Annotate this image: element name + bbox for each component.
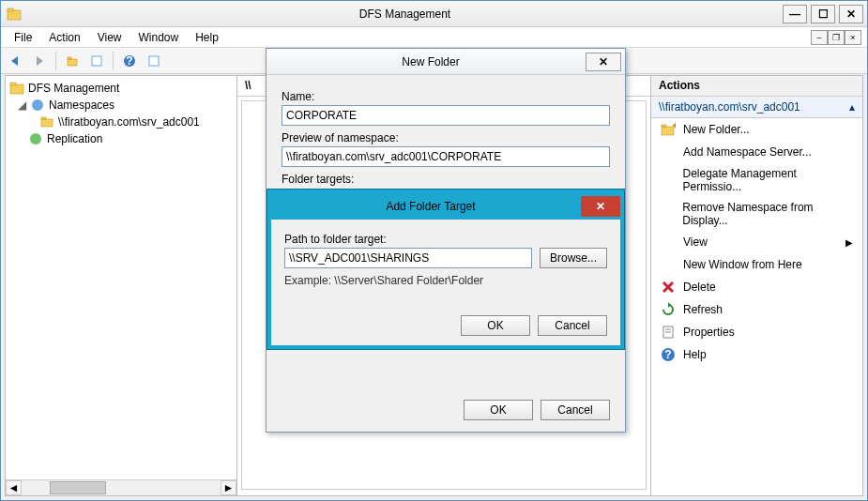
- svg-rect-13: [41, 119, 53, 127]
- action-new-folder[interactable]: ✦ New Folder...: [651, 118, 862, 141]
- svg-rect-11: [10, 83, 16, 85]
- separator: [55, 52, 56, 70]
- up-button[interactable]: [62, 51, 83, 71]
- svg-marker-3: [37, 56, 43, 66]
- action-delegate-permissions[interactable]: Delegate Management Permissio...: [651, 163, 862, 197]
- close-button[interactable]: ✕: [839, 5, 863, 23]
- preview-input: [282, 146, 610, 167]
- menu-window[interactable]: Window: [131, 29, 187, 46]
- cancel-button[interactable]: Cancel: [541, 400, 610, 420]
- svg-point-15: [30, 133, 41, 144]
- tree-hscrollbar[interactable]: ◄ ►: [6, 479, 236, 495]
- menu-action[interactable]: Action: [41, 29, 87, 46]
- mdi-restore-button[interactable]: ❐: [828, 30, 845, 45]
- action-label: View: [683, 235, 708, 249]
- titlebar: DFS Management — ☐ ✕: [1, 1, 867, 27]
- action-properties[interactable]: Properties: [651, 321, 862, 343]
- menu-view[interactable]: View: [90, 29, 129, 46]
- tree-root-label: DFS Management: [28, 82, 119, 95]
- minimize-button[interactable]: —: [783, 5, 807, 23]
- actions-context-label: \\firatboyan.com\srv_adc001: [659, 100, 800, 114]
- action-label: New Window from Here: [683, 258, 802, 271]
- properties-button[interactable]: [86, 51, 107, 71]
- action-delete[interactable]: Delete: [651, 276, 862, 298]
- namespace-item-icon: [39, 114, 54, 129]
- tree-root[interactable]: DFS Management: [8, 80, 235, 97]
- action-add-namespace-server[interactable]: Add Namespace Server...: [651, 141, 862, 163]
- ok-button[interactable]: OK: [464, 400, 533, 420]
- forward-button[interactable]: [29, 51, 50, 71]
- path-label: Path to folder target:: [284, 233, 607, 246]
- blank-icon: [661, 173, 676, 188]
- mdi-controls: – ❐ ×: [811, 30, 861, 45]
- svg-rect-9: [149, 56, 159, 66]
- svg-rect-0: [8, 10, 21, 20]
- action-new-window[interactable]: New Window from Here: [651, 253, 862, 276]
- app-window: DFS Management — ☐ ✕ File Action View Wi…: [0, 0, 868, 501]
- window-title: DFS Management: [27, 8, 783, 21]
- delete-icon: [661, 280, 676, 295]
- back-button[interactable]: [5, 51, 25, 71]
- properties-icon: [661, 325, 676, 340]
- path-input[interactable]: [284, 248, 532, 268]
- action-remove-namespace[interactable]: Remove Namespace from Display...: [651, 197, 862, 231]
- maximize-button[interactable]: ☐: [811, 5, 835, 23]
- scroll-left-button[interactable]: ◄: [6, 480, 22, 495]
- tree-namespaces[interactable]: ◢ Namespaces: [8, 97, 235, 114]
- tree-namespace-item[interactable]: \\firatboyan.com\srv_adc001: [8, 114, 235, 130]
- replication-icon: [28, 131, 43, 146]
- action-label: Delegate Management Permissio...: [683, 167, 854, 193]
- menu-help[interactable]: Help: [188, 29, 226, 46]
- action-help[interactable]: ? Help: [651, 343, 862, 366]
- dialog-buttons: OK Cancel: [464, 400, 610, 420]
- dialog-title: Add Folder Target: [281, 200, 581, 213]
- collapse-icon[interactable]: ▴: [849, 100, 855, 114]
- blank-icon: [661, 257, 676, 272]
- svg-rect-17: [662, 125, 666, 127]
- preview-label: Preview of namespace:: [282, 131, 610, 144]
- expand-toggle[interactable]: ◢: [17, 99, 26, 112]
- action-refresh[interactable]: Refresh: [651, 298, 862, 321]
- mdi-minimize-button[interactable]: –: [811, 30, 828, 45]
- menubar: File Action View Window Help – ❐ ×: [1, 27, 867, 48]
- dialog-body: Name: Preview of namespace: Folder targe…: [266, 75, 625, 197]
- actions-header: Actions: [651, 76, 862, 97]
- menu-file[interactable]: File: [7, 29, 39, 46]
- action-view[interactable]: View ▶: [651, 231, 862, 253]
- name-label: Name:: [282, 90, 610, 103]
- scroll-thumb[interactable]: [50, 481, 106, 494]
- svg-text:✦: ✦: [671, 122, 676, 132]
- cancel-button[interactable]: Cancel: [538, 315, 607, 336]
- dialog-body: Path to folder target: Browse... Example…: [271, 220, 620, 295]
- scroll-right-button[interactable]: ►: [221, 480, 236, 495]
- action-label: Refresh: [683, 303, 723, 316]
- scroll-track[interactable]: [22, 480, 221, 495]
- ok-button[interactable]: OK: [461, 315, 530, 336]
- tree-pane: DFS Management ◢ Namespaces \\firatboyan…: [5, 75, 237, 496]
- action-label: Properties: [683, 326, 735, 339]
- dialog-titlebar[interactable]: New Folder ✕: [266, 49, 625, 75]
- svg-rect-14: [41, 117, 46, 119]
- help-button[interactable]: ?: [119, 51, 140, 71]
- dialog-close-button[interactable]: ✕: [581, 196, 620, 217]
- tree-replication[interactable]: Replication: [8, 130, 235, 147]
- example-text: Example: \\Server\Shared Folder\Folder: [284, 274, 607, 287]
- svg-text:?: ?: [664, 348, 671, 361]
- name-input[interactable]: [282, 105, 610, 126]
- namespace-icon: [30, 98, 45, 113]
- app-icon: [7, 7, 22, 22]
- dialog-titlebar[interactable]: Add Folder Target ✕: [271, 193, 620, 220]
- action-label: Help: [683, 348, 707, 361]
- actions-context[interactable]: \\firatboyan.com\srv_adc001 ▴: [651, 97, 862, 118]
- add-folder-target-dialog: Add Folder Target ✕ Path to folder targe…: [267, 190, 624, 349]
- action-label: New Folder...: [683, 123, 750, 136]
- refresh-tb-button[interactable]: [144, 51, 164, 71]
- mdi-close-button[interactable]: ×: [845, 30, 861, 45]
- browse-button[interactable]: Browse...: [540, 248, 607, 268]
- separator: [113, 52, 114, 70]
- blank-icon: [661, 144, 676, 159]
- action-label: Delete: [683, 281, 716, 294]
- help-icon: ?: [661, 347, 676, 362]
- blank-icon: [661, 206, 675, 221]
- dialog-close-button[interactable]: ✕: [586, 53, 621, 71]
